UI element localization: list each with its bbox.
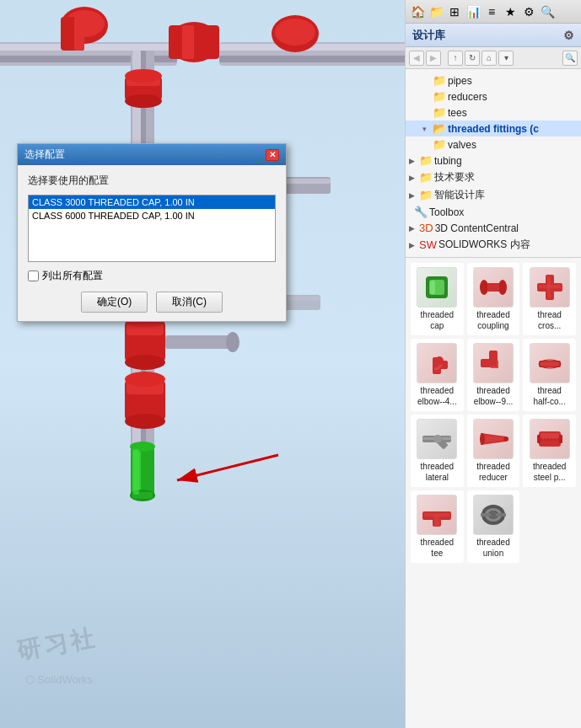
fitting-threaded-lateral[interactable]: threadedlateral [411, 415, 464, 487]
cancel-button[interactable]: 取消(C) [156, 292, 223, 313]
fitting-threaded-cross[interactable]: threadcros... [523, 263, 576, 335]
tree-item-pipes[interactable]: 📁 pipes [406, 72, 581, 88]
svg-rect-88 [481, 513, 491, 517]
threaded-steel-label: threadedsteel p... [533, 461, 566, 483]
threaded-cap-icon [419, 270, 455, 305]
toolbar-star-icon[interactable]: ★ [502, 3, 519, 20]
svg-rect-1 [0, 44, 177, 51]
nav-row: ◀ ▶ ↑ ↻ ⌂ ▾ 🔍 [406, 47, 581, 69]
config-listbox[interactable]: CLASS 3000 THREADED CAP, 1.00 IN CLASS 6… [28, 195, 276, 262]
toolbar-home-icon[interactable]: 🏠 [409, 3, 426, 20]
main-viewport: 研习社 ⬡ SolidWorks 选择配置 ✕ 选择要使用的配置 CLASS 3… [0, 0, 405, 728]
threaded-halfco-label: threadhalf-co... [533, 385, 565, 407]
svg-rect-76 [541, 433, 559, 438]
svg-point-37 [125, 372, 165, 387]
svg-rect-67 [541, 362, 559, 366]
threaded-reducer-icon [476, 421, 511, 457]
show-all-configs-row: 列出所有配置 [28, 269, 276, 283]
nav-search-btn[interactable]: 🔍 [562, 51, 578, 66]
svg-point-63 [435, 356, 444, 365]
threaded-lateral-icon [419, 421, 455, 457]
threaded-halfco-icon [532, 345, 568, 381]
svg-rect-78 [559, 435, 562, 443]
threaded-union-label: threadedunion [476, 537, 509, 559]
threaded-reducer-label: threadedreducer [476, 461, 509, 483]
fitting-threaded-elbow90[interactable]: threadedelbow--9... [467, 339, 520, 411]
tree-item-smart-lib[interactable]: ▶ 📁 智能设计库 [406, 186, 581, 204]
nav-home-btn[interactable]: ⌂ [481, 51, 497, 66]
panel-header: 设计库 ⚙ [406, 24, 581, 47]
threaded-cross-label: threadcros... [537, 309, 561, 331]
nav-back-btn[interactable]: ◀ [409, 51, 424, 66]
threaded-elbow45-label: threadedelbow--4... [417, 385, 457, 407]
nav-up-btn[interactable]: ↑ [448, 51, 463, 66]
svg-rect-77 [537, 435, 541, 443]
svg-rect-60 [539, 285, 561, 288]
svg-rect-56 [487, 283, 499, 292]
toolbar-list-icon[interactable]: ≡ [483, 3, 500, 20]
svg-rect-65 [481, 359, 498, 367]
tree-item-toolbox[interactable]: 🔧 Toolbox [406, 204, 581, 220]
nav-refresh-btn[interactable]: ↻ [465, 51, 480, 66]
svg-point-22 [125, 94, 162, 108]
svg-point-54 [480, 280, 488, 295]
scene-svg [0, 0, 405, 728]
svg-rect-33 [165, 335, 233, 349]
show-all-configs-label: 列出所有配置 [42, 269, 103, 283]
threaded-cross-icon [532, 270, 568, 305]
svg-point-38 [125, 414, 165, 429]
nav-dropdown-btn[interactable]: ▾ [498, 51, 514, 66]
fitting-threaded-elbow45[interactable]: threadedelbow--4... [411, 339, 464, 411]
toolbar-settings-icon[interactable]: ⚙ [520, 3, 537, 20]
toolbar-folder-icon[interactable]: 📁 [428, 3, 444, 20]
tree-item-3d-content[interactable]: ▶ 3D 3D ContentCentral [406, 220, 581, 236]
svg-line-46 [177, 455, 278, 480]
threaded-lateral-label: threadedlateral [421, 461, 454, 483]
fitting-threaded-union[interactable]: threadedunion [467, 490, 520, 563]
svg-point-72 [433, 435, 442, 443]
threaded-coupling-label: threadedcoupling [476, 309, 509, 331]
svg-point-34 [226, 332, 239, 352]
nav-forward-btn[interactable]: ▶ [426, 51, 441, 66]
tree-area: 📁 pipes 📁 reducers 📁 tees ▾ 📂 threaded f… [406, 69, 581, 258]
svg-rect-5 [219, 56, 405, 62]
fitting-threaded-halfco[interactable]: threadhalf-co... [523, 339, 576, 411]
svg-rect-51 [430, 281, 435, 294]
tree-item-valves[interactable]: 📁 valves [406, 136, 581, 153]
ok-button[interactable]: 确定(O) [81, 292, 148, 313]
svg-rect-89 [496, 513, 506, 517]
svg-rect-9 [74, 17, 84, 51]
fitting-threaded-tee[interactable]: threadedtee [411, 490, 464, 563]
fitting-threaded-reducer[interactable]: threadedreducer [467, 415, 520, 487]
threaded-coupling-icon [476, 270, 511, 305]
fitting-threaded-steel[interactable]: threadedsteel p... [523, 415, 576, 487]
svg-point-32 [125, 355, 165, 370]
tree-item-tubing[interactable]: ▶ 📁 tubing [406, 153, 581, 169]
panel-gear-icon[interactable]: ⚙ [563, 29, 574, 42]
dialog-close-button[interactable]: ✕ [266, 149, 279, 161]
threaded-steel-icon [532, 421, 568, 457]
threaded-cap-label: threadedcap [421, 309, 454, 331]
config-item-1[interactable]: CLASS 3000 THREADED CAP, 1.00 IN [29, 195, 275, 209]
fitting-threaded-coupling[interactable]: threadedcoupling [467, 263, 520, 335]
tree-item-threaded-fittings[interactable]: ▾ 📂 threaded fittings (c [406, 120, 581, 136]
config-item-2[interactable]: CLASS 6000 THREADED CAP, 1.00 IN [29, 209, 275, 222]
svg-point-74 [503, 436, 508, 442]
threaded-tee-icon [419, 497, 455, 533]
threaded-union-icon [476, 497, 511, 533]
svg-point-21 [125, 69, 162, 83]
svg-point-73 [480, 433, 485, 445]
tree-item-tech-req[interactable]: ▶ 📁 技术要求 [406, 169, 581, 186]
tree-item-tees[interactable]: 📁 tees [406, 104, 581, 120]
dialog-title: 选择配置 [24, 147, 65, 162]
show-all-configs-checkbox[interactable] [28, 270, 39, 281]
svg-point-15 [275, 19, 315, 46]
fitting-threaded-cap[interactable]: threadedcap [411, 263, 464, 335]
tree-item-sw-content[interactable]: ▶ SW SOLIDWORKS 内容 [406, 236, 581, 254]
dialog-titlebar: 选择配置 ✕ [18, 144, 286, 165]
tree-item-reducers[interactable]: 📁 reducers [406, 88, 581, 104]
toolbar-chart-icon[interactable]: 📊 [465, 3, 481, 20]
toolbar-grid-icon[interactable]: ⊞ [446, 3, 463, 20]
panel-toolbar: 🏠 📁 ⊞ 📊 ≡ ★ ⚙ 🔍 [406, 0, 581, 24]
toolbar-search-icon[interactable]: 🔍 [539, 3, 556, 20]
